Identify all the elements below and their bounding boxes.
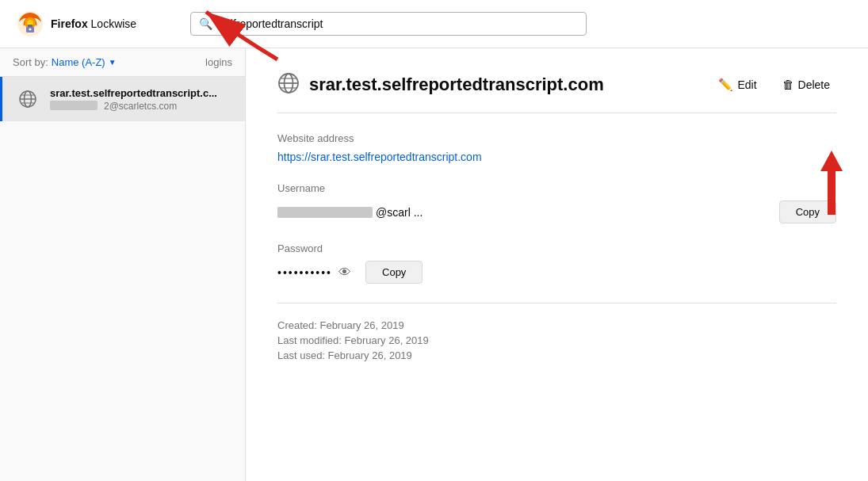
- sort-label: Sort by:: [13, 56, 48, 68]
- username-label: Username: [277, 182, 836, 194]
- password-dots: •••••••••• 👁: [277, 265, 353, 280]
- search-input[interactable]: [219, 17, 578, 30]
- logo-area: Firefox Lockwise: [16, 10, 174, 38]
- username-blurred-field: [277, 207, 373, 218]
- search-box: 🔍: [190, 12, 587, 36]
- created-date: Created: February 26, 2019: [277, 319, 836, 331]
- main-layout: Sort by: Name (A-Z) ▼ logins srar.te: [0, 48, 868, 481]
- delete-button[interactable]: 🗑 Delete: [776, 74, 836, 94]
- modified-date: Last modified: February 26, 2019: [277, 334, 836, 346]
- divider-1: [277, 113, 836, 113]
- globe-icon-small: [15, 86, 40, 112]
- username-email: 2@scarletcs.com: [104, 101, 177, 112]
- username-blurred: [50, 101, 98, 110]
- pencil-icon: ✏️: [718, 78, 733, 92]
- used-date: Last used: February 26, 2019: [277, 349, 836, 361]
- detail-site-title: srar.test.selfreportedtranscript.com: [309, 74, 604, 95]
- globe-icon-large: [277, 72, 300, 97]
- username-row: @scarl ... Copy: [277, 200, 836, 223]
- password-row: •••••••••• 👁 Copy: [277, 261, 836, 284]
- username-suffix: @scarl ...: [376, 206, 423, 219]
- website-section: Website address https://srar.test.selfre…: [277, 132, 836, 163]
- delete-arrow-annotation: [820, 151, 843, 215]
- svg-point-3: [29, 29, 32, 31]
- password-section: Password •••••••••• 👁 Copy: [277, 242, 836, 284]
- sort-value: Name (A-Z): [52, 56, 105, 68]
- eye-icon[interactable]: 👁: [338, 265, 353, 280]
- logins-count: logins: [205, 56, 232, 68]
- username-value: @scarl ...: [277, 206, 767, 219]
- detail-panel: srar.test.selfreportedtranscript.com ✏️ …: [246, 48, 868, 481]
- sort-dropdown[interactable]: Name (A-Z) ▼: [52, 56, 117, 68]
- list-item-content: srar.test.selfreportedtranscript.c... 2@…: [50, 87, 232, 112]
- meta-section: Created: February 26, 2019 Last modified…: [277, 303, 836, 361]
- detail-title-area: srar.test.selfreportedtranscript.com: [277, 72, 604, 97]
- sidebar: Sort by: Name (A-Z) ▼ logins srar.te: [0, 48, 246, 481]
- sort-bar: Sort by: Name (A-Z) ▼ logins: [0, 48, 245, 77]
- detail-actions: ✏️ Edit 🗑 Delete: [712, 74, 836, 95]
- delete-label: Delete: [798, 78, 830, 91]
- header: Firefox Lockwise 🔍: [0, 0, 868, 48]
- chevron-down-icon: ▼: [109, 58, 117, 67]
- sort-left: Sort by: Name (A-Z) ▼: [13, 56, 117, 68]
- list-item-subtitle: 2@scarletcs.com: [50, 101, 232, 112]
- username-section: Username @scarl ... Copy: [277, 182, 836, 223]
- edit-label: Edit: [737, 78, 756, 91]
- search-container: 🔍: [190, 12, 587, 36]
- password-masked: ••••••••••: [277, 266, 332, 279]
- search-icon: 🔍: [199, 17, 212, 30]
- firefox-lockwise-logo: [16, 10, 44, 38]
- edit-button[interactable]: ✏️ Edit: [712, 74, 763, 95]
- copy-password-button[interactable]: Copy: [365, 261, 423, 284]
- list-item-title: srar.test.selfreportedtranscript.c...: [50, 87, 232, 99]
- website-label: Website address: [277, 132, 836, 144]
- trash-icon: 🗑: [782, 78, 794, 91]
- logo-text: Firefox Lockwise: [51, 17, 136, 30]
- password-label: Password: [277, 242, 836, 254]
- website-url[interactable]: https://srar.test.selfreportedtranscript…: [277, 151, 482, 163]
- detail-header: srar.test.selfreportedtranscript.com ✏️ …: [277, 72, 836, 97]
- list-item[interactable]: srar.test.selfreportedtranscript.c... 2@…: [0, 77, 245, 121]
